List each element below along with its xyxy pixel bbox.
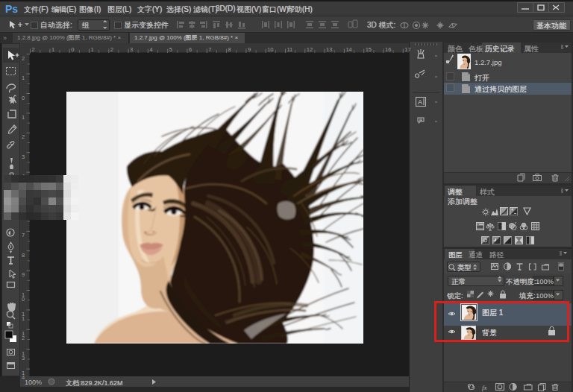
svg-text:5: 5 bbox=[169, 46, 172, 53]
svg-text:fx: fx bbox=[482, 384, 487, 391]
svg-text:2: 2 bbox=[22, 133, 25, 140]
svg-text:8: 8 bbox=[22, 252, 25, 259]
svg-text:16: 16 bbox=[385, 46, 391, 53]
svg-text:7: 7 bbox=[208, 46, 211, 53]
svg-text:1: 1 bbox=[91, 46, 94, 53]
svg-text:1: 1 bbox=[22, 75, 25, 81]
svg-text:6: 6 bbox=[189, 46, 192, 53]
svg-text:9: 9 bbox=[22, 271, 25, 278]
svg-text:0: 0 bbox=[71, 46, 74, 53]
svg-text:10: 10 bbox=[267, 46, 273, 53]
svg-text:2: 2 bbox=[110, 46, 113, 53]
svg-text:12: 12 bbox=[307, 46, 313, 53]
svg-text:3: 3 bbox=[22, 154, 25, 160]
svg-text:7: 7 bbox=[22, 232, 25, 238]
svg-text:17: 17 bbox=[404, 46, 410, 53]
svg-text:0: 0 bbox=[22, 296, 25, 303]
svg-text:A: A bbox=[418, 98, 422, 106]
svg-text:3: 3 bbox=[22, 355, 25, 361]
svg-text:14: 14 bbox=[345, 46, 351, 53]
svg-text:8: 8 bbox=[228, 46, 231, 53]
svg-text:1: 1 bbox=[22, 114, 25, 121]
svg-text:2: 2 bbox=[22, 55, 25, 62]
svg-text:9: 9 bbox=[248, 46, 251, 53]
svg-text:4: 4 bbox=[22, 374, 25, 381]
svg-text:4: 4 bbox=[149, 46, 152, 53]
svg-text:2: 2 bbox=[32, 46, 35, 53]
svg-text:1: 1 bbox=[51, 46, 54, 53]
svg-text:11: 11 bbox=[287, 46, 293, 53]
svg-text:1: 1 bbox=[22, 315, 25, 322]
svg-text:2: 2 bbox=[22, 335, 25, 341]
svg-text:15: 15 bbox=[366, 46, 372, 53]
svg-text:3: 3 bbox=[130, 46, 133, 53]
svg-text:13: 13 bbox=[326, 46, 332, 53]
svg-text:0: 0 bbox=[22, 95, 25, 101]
